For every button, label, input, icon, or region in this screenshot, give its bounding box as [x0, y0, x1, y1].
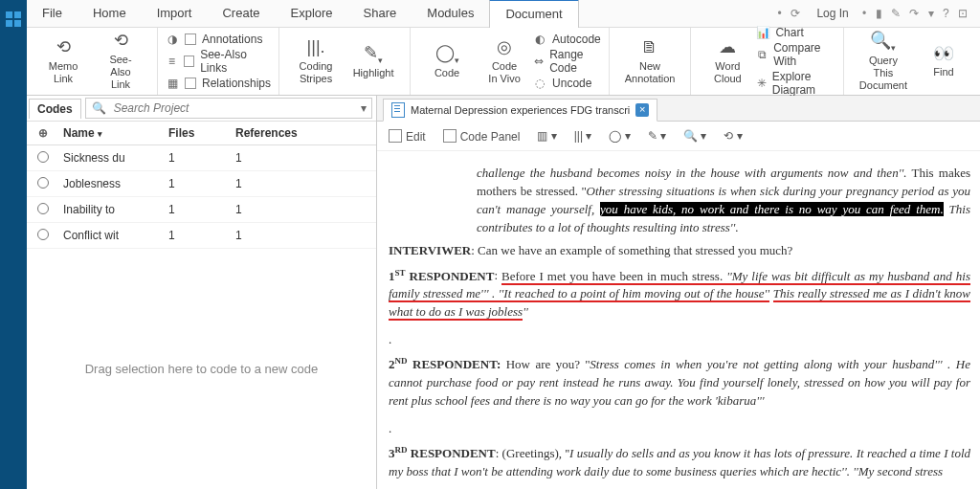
highlight-icon: ✎▾	[364, 43, 383, 65]
menu-home[interactable]: Home	[78, 0, 142, 27]
drop-hint: Drag selection here to code to a new cod…	[27, 249, 376, 489]
link-icon: ⟲	[56, 37, 71, 58]
codepanel-toggle[interactable]: Code Panel	[443, 129, 521, 144]
add-icon[interactable]: ⊕	[27, 126, 59, 140]
annotations-toggle[interactable]: ◑Annotations	[166, 33, 271, 46]
code-invivo-button[interactable]: ◎Code In Vivo	[476, 35, 533, 87]
rangecode-button[interactable]: ⇔Range Code	[533, 48, 601, 75]
col-name[interactable]: Name ▾	[59, 126, 168, 140]
stripes-icon[interactable]: ||| ▾	[574, 129, 592, 143]
node-icon	[37, 229, 49, 240]
autocode-button[interactable]: ◐Autocode	[533, 33, 601, 46]
menu-share[interactable]: Share	[348, 0, 412, 27]
edit-toggle[interactable]: Edit	[389, 129, 426, 144]
highlight-button[interactable]: ✎▾Highlight	[345, 41, 402, 82]
range-icon: ⇔	[533, 55, 544, 68]
search-project[interactable]: 🔍▾	[85, 98, 372, 119]
code-row[interactable]: Inability to11	[27, 197, 376, 223]
code-name: Sickness du	[59, 151, 168, 165]
code-name: Joblesness	[59, 177, 168, 190]
document-tab[interactable]: Maternal Depression experiences FDG tran…	[383, 99, 657, 122]
query-doc-button[interactable]: 🔍▾Query This Document	[852, 29, 915, 95]
document-tab-label: Maternal Depression experiences FDG tran…	[411, 104, 630, 116]
layout-icon[interactable]: ▥ ▾	[537, 129, 556, 143]
codes-panel: Codes 🔍▾ ⊕ Name ▾ Files References Sickn…	[27, 96, 377, 489]
code-button[interactable]: ◯▾Code	[418, 41, 476, 82]
ribbon: ⟲Memo Link ⟲See-Also Link ◑Annotations ≡…	[27, 28, 980, 96]
code-row[interactable]: Sickness du11	[27, 145, 376, 171]
note-icon: 🗎	[641, 37, 658, 58]
menu-document[interactable]: Document	[489, 0, 578, 29]
menu-create[interactable]: Create	[207, 0, 275, 27]
menu-modules[interactable]: Modules	[412, 0, 489, 27]
menu-explore[interactable]: Explore	[276, 0, 348, 27]
pen-icon[interactable]: ✎ ▾	[648, 129, 666, 143]
col-files[interactable]: Files	[168, 126, 235, 140]
document-toolbar: Edit Code Panel ▥ ▾ ||| ▾ ◯ ▾ ✎ ▾ 🔍 ▾ ⟲ …	[377, 122, 980, 151]
chart-button[interactable]: 📊Chart	[756, 26, 835, 39]
grid-icon: ▦	[166, 77, 179, 90]
menu-bar: File Home Import Create Explore Share Mo…	[27, 0, 980, 28]
zoom-icon[interactable]: 🔍 ▾	[683, 129, 706, 143]
close-icon[interactable]: ×	[635, 103, 649, 117]
search-icon: 🔍▾	[870, 31, 896, 53]
new-annotation-button[interactable]: 🗎New Annotation	[617, 35, 683, 87]
code-files: 1	[168, 177, 235, 190]
compare-icon: ⧉	[756, 48, 768, 61]
explore-diagram-button[interactable]: ✳Explore Diagram	[756, 70, 835, 97]
link-icon: ⟲	[114, 31, 128, 52]
find-button[interactable]: 👀Find	[915, 42, 972, 81]
codes-header: ⊕ Name ▾ Files References	[27, 122, 376, 145]
search-input[interactable]	[112, 100, 356, 116]
menu-file[interactable]: File	[27, 0, 78, 27]
menu-import[interactable]: Import	[142, 0, 208, 27]
col-refs[interactable]: References	[235, 126, 376, 140]
uncode-button[interactable]: ◌Uncode	[533, 77, 601, 90]
chart-icon: 📊	[756, 26, 769, 39]
seealso-link-button[interactable]: ⟲See-Also Link	[92, 29, 149, 93]
code-name: Inability to	[59, 203, 168, 216]
code-files: 1	[168, 203, 235, 216]
code-refs: 1	[235, 151, 376, 165]
stripes-icon: |||.	[307, 37, 325, 58]
app-logo	[6, 11, 21, 27]
code-name: Conflict wit	[59, 229, 168, 242]
document-body[interactable]: challenge the husband becomes noisy in t…	[377, 151, 980, 489]
code-files: 1	[168, 151, 235, 165]
code-row[interactable]: Conflict wit11	[27, 223, 376, 249]
uncode-icon: ◌	[533, 77, 546, 90]
node-icon	[37, 177, 49, 189]
seealso-links-toggle[interactable]: ≡See-Also Links	[166, 48, 271, 75]
search-icon: 🔍	[86, 101, 112, 115]
node-icon	[37, 151, 49, 163]
diagram-icon: ✳	[756, 77, 766, 90]
list-icon: ≡	[166, 55, 178, 68]
code-refs: 1	[235, 203, 376, 216]
codes-tab[interactable]: Codes	[29, 99, 81, 119]
glasses-icon: ◑	[166, 33, 179, 46]
chevron-down-icon[interactable]: ▾	[356, 101, 371, 115]
circle-text-icon: ◎	[497, 37, 512, 58]
circle-icon: ◯▾	[435, 43, 459, 65]
code-files: 1	[168, 229, 235, 242]
link-icon[interactable]: ⟲ ▾	[724, 129, 742, 143]
coding-stripes-button[interactable]: |||.Coding Stripes	[287, 35, 345, 87]
code-icon[interactable]: ◯ ▾	[609, 129, 630, 143]
document-icon	[391, 102, 405, 118]
code-refs: 1	[235, 229, 376, 242]
binoculars-icon: 👀	[933, 44, 954, 65]
cloud-icon: ☁	[719, 37, 736, 58]
login-link[interactable]: Log In	[816, 7, 848, 20]
node-icon	[37, 203, 49, 214]
code-row[interactable]: Joblesness11	[27, 171, 376, 197]
word-cloud-button[interactable]: ☁Word Cloud	[699, 35, 756, 87]
titlebar-tools: • ⟳ Log In • ▮ ✎ ↷ ▾ ? ⊡	[778, 7, 980, 20]
code-refs: 1	[235, 177, 376, 190]
relationships-toggle[interactable]: ▦Relationships	[166, 77, 271, 90]
auto-icon: ◐	[533, 33, 546, 46]
compare-button[interactable]: ⧉Compare With	[756, 41, 835, 68]
memo-link-button[interactable]: ⟲Memo Link	[34, 35, 92, 87]
